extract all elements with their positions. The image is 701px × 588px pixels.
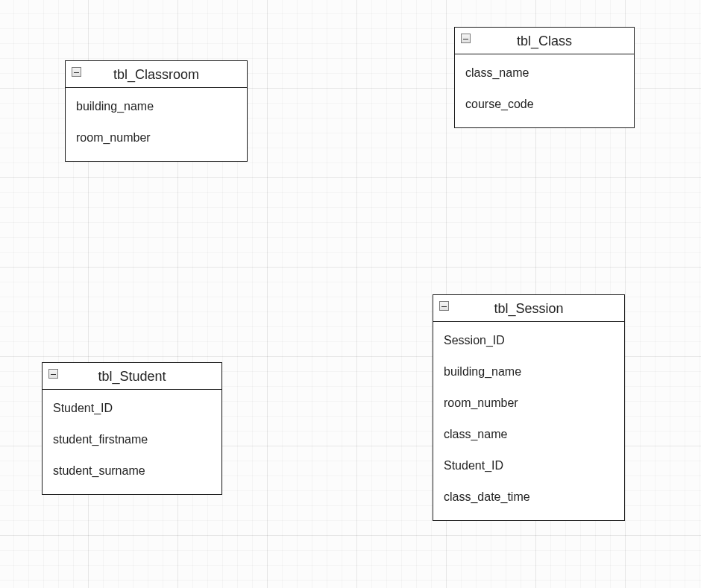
entity-student-fields: Student_ID student_firstname student_sur… <box>43 390 221 494</box>
field[interactable]: class_name <box>444 419 624 450</box>
field[interactable]: building_name <box>76 91 247 122</box>
field[interactable]: Student_ID <box>444 450 624 481</box>
collapse-icon[interactable] <box>72 67 81 77</box>
entity-student[interactable]: tbl_Student Student_ID student_firstname… <box>42 362 222 495</box>
entity-classroom-header[interactable]: tbl_Classroom <box>66 61 247 88</box>
field[interactable]: student_firstname <box>53 424 221 455</box>
entity-class-header[interactable]: tbl_Class <box>455 28 634 54</box>
entity-session-fields: Session_ID building_name room_number cla… <box>433 322 624 520</box>
field[interactable]: building_name <box>444 356 624 388</box>
entity-title: tbl_Class <box>517 34 572 49</box>
diagram-canvas[interactable]: tbl_Classroom building_name room_number … <box>0 0 701 588</box>
collapse-icon[interactable] <box>48 369 58 379</box>
field[interactable]: room_number <box>76 122 247 154</box>
entity-class[interactable]: tbl_Class class_name course_code <box>454 27 635 128</box>
field[interactable]: class_name <box>465 57 634 89</box>
entity-title: tbl_Student <box>98 369 166 385</box>
entity-classroom-fields: building_name room_number <box>66 88 247 161</box>
entity-classroom[interactable]: tbl_Classroom building_name room_number <box>65 60 248 162</box>
entity-session-header[interactable]: tbl_Session <box>433 295 624 322</box>
entity-title: tbl_Classroom <box>113 67 199 83</box>
entity-student-header[interactable]: tbl_Student <box>43 363 221 390</box>
field[interactable]: room_number <box>444 388 624 419</box>
entity-class-fields: class_name course_code <box>455 54 634 127</box>
collapse-icon[interactable] <box>439 301 449 311</box>
field[interactable]: student_surname <box>53 455 221 487</box>
field[interactable]: Session_ID <box>444 325 624 356</box>
entity-title: tbl_Session <box>494 301 563 317</box>
collapse-icon[interactable] <box>461 34 471 43</box>
field[interactable]: course_code <box>465 89 634 120</box>
field[interactable]: class_date_time <box>444 481 624 513</box>
field[interactable]: Student_ID <box>53 393 221 424</box>
entity-session[interactable]: tbl_Session Session_ID building_name roo… <box>433 294 625 521</box>
